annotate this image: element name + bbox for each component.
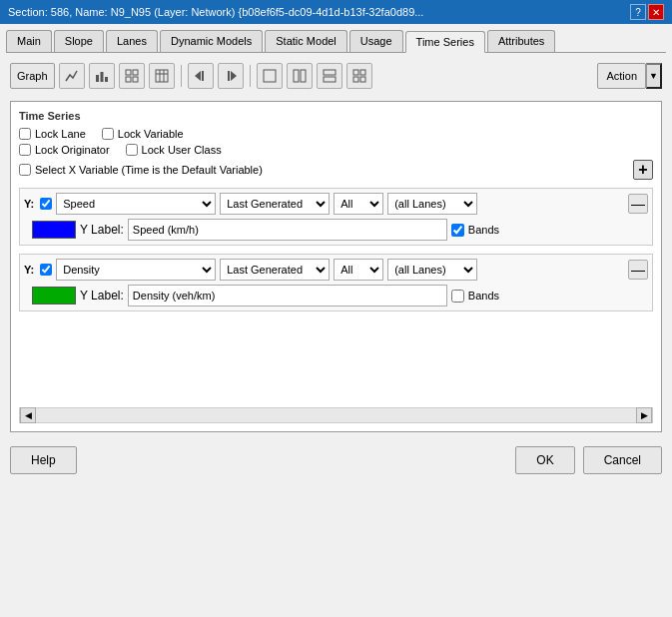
svg-rect-7 — [156, 70, 168, 82]
svg-rect-23 — [360, 77, 365, 82]
series2-label-text: Y Label: — [80, 289, 124, 303]
tab-attributes[interactable]: Attributes — [487, 30, 555, 52]
svg-rect-14 — [228, 71, 230, 81]
svg-rect-0 — [96, 75, 99, 82]
series1-enable-checkbox[interactable] — [40, 198, 52, 210]
separator-2 — [250, 65, 251, 87]
lock-variable-item[interactable]: Lock Variable — [102, 128, 184, 140]
svg-rect-18 — [324, 70, 336, 75]
lock-user-class-checkbox[interactable] — [126, 144, 138, 156]
series2-remove-button[interactable]: — — [628, 260, 648, 280]
series2-bands-label: Bands — [468, 290, 499, 302]
bottom-bar: Help OK Cancel — [0, 438, 672, 480]
svg-rect-1 — [100, 72, 103, 82]
series2-variable-select[interactable]: Density — [56, 259, 216, 281]
svg-rect-5 — [126, 77, 131, 82]
series2-bands-checkbox[interactable] — [451, 290, 464, 303]
series1-filter-select[interactable]: All — [334, 193, 383, 215]
svg-marker-11 — [195, 71, 201, 81]
cancel-button[interactable]: Cancel — [583, 446, 662, 474]
series2-enable-checkbox[interactable] — [40, 264, 52, 276]
series1-lanes-select[interactable]: (all Lanes) — [387, 193, 477, 215]
series2-mode-select[interactable]: Last Generated — [220, 259, 330, 281]
title-bar-title: Section: 586, Name: N9_N95 (Layer: Netwo… — [8, 6, 630, 18]
icon-btn-7[interactable] — [317, 63, 342, 89]
series2-lanes-select[interactable]: (all Lanes) — [387, 259, 477, 281]
lock-user-class-item[interactable]: Lock User Class — [126, 144, 222, 156]
scroll-track[interactable] — [36, 408, 636, 422]
series1-bands-label: Bands — [468, 224, 499, 236]
series2-bands-item[interactable]: Bands — [451, 290, 499, 303]
graph-button[interactable]: Graph — [10, 63, 55, 89]
icon-btn-8[interactable] — [346, 63, 372, 89]
tab-lanes[interactable]: Lanes — [106, 30, 158, 52]
svg-rect-2 — [105, 77, 108, 82]
icon-btn-5[interactable] — [257, 63, 283, 89]
series2-filter-select[interactable]: All — [334, 259, 383, 281]
next-track-button[interactable] — [218, 63, 244, 89]
series1-label-input[interactable]: Speed (km/h) — [128, 219, 447, 241]
help-button[interactable]: Help — [10, 446, 77, 474]
tab-usage[interactable]: Usage — [349, 30, 403, 52]
series1-block: Y: Speed Last Generated All (all Lanes) … — [19, 188, 653, 246]
tabs-container: Main Slope Lanes Dynamic Models Static M… — [6, 30, 666, 53]
help-title-button[interactable]: ? — [630, 4, 646, 20]
select-x-item[interactable]: Select X Variable (Time is the Default V… — [19, 164, 627, 176]
series1-bands-item[interactable]: Bands — [451, 224, 499, 237]
lock-originator-checkbox[interactable] — [19, 144, 31, 156]
lock-lane-label: Lock Lane — [35, 128, 86, 140]
svg-rect-19 — [324, 77, 336, 82]
series1-variable-select[interactable]: Speed — [56, 193, 216, 215]
icon-btn-3[interactable] — [119, 63, 145, 89]
series2-color-box[interactable] — [32, 287, 76, 305]
series1-y-row: Y: Speed Last Generated All (all Lanes) … — [24, 193, 648, 215]
series1-label-row: Y Label: Speed (km/h) Bands — [32, 219, 648, 241]
icon-btn-1[interactable] — [59, 63, 85, 89]
prev-track-button[interactable] — [188, 63, 214, 89]
lock-originator-label: Lock Originator — [35, 144, 110, 156]
svg-rect-22 — [353, 77, 358, 82]
svg-rect-21 — [360, 70, 365, 75]
checkboxes-row-2: Lock Originator Lock User Class — [19, 144, 653, 156]
tab-time-series[interactable]: Time Series — [405, 31, 485, 53]
separator-1 — [181, 65, 182, 87]
series1-bands-checkbox[interactable] — [451, 224, 464, 237]
svg-rect-12 — [202, 71, 204, 81]
lock-user-class-label: Lock User Class — [142, 144, 222, 156]
icon-btn-2[interactable] — [89, 63, 115, 89]
scroll-right-button[interactable]: ▶ — [636, 407, 652, 423]
icon-btn-4[interactable] — [149, 63, 175, 89]
lock-lane-checkbox[interactable] — [19, 128, 31, 140]
tab-slope[interactable]: Slope — [54, 30, 104, 52]
ok-button[interactable]: OK — [515, 446, 574, 474]
select-x-checkbox[interactable] — [19, 164, 31, 176]
tab-static-model[interactable]: Static Model — [265, 30, 347, 52]
svg-rect-3 — [126, 70, 131, 75]
series1-remove-button[interactable]: — — [628, 194, 648, 214]
scroll-left-button[interactable]: ◀ — [20, 407, 36, 423]
svg-rect-16 — [294, 70, 299, 82]
lock-lane-item[interactable]: Lock Lane — [19, 128, 86, 140]
series1-mode-select[interactable]: Last Generated — [220, 193, 330, 215]
close-button[interactable]: ✕ — [648, 4, 664, 20]
series2-label-row: Y Label: Density (veh/km) Bands — [32, 285, 648, 307]
add-series-button[interactable]: + — [633, 160, 653, 180]
action-button[interactable]: Action — [597, 63, 646, 89]
select-x-row: Select X Variable (Time is the Default V… — [19, 160, 653, 180]
lock-variable-checkbox[interactable] — [102, 128, 114, 140]
lock-originator-item[interactable]: Lock Originator — [19, 144, 110, 156]
horizontal-scrollbar[interactable]: ◀ ▶ — [19, 407, 653, 423]
series1-y-label: Y: — [24, 198, 34, 210]
tab-main[interactable]: Main — [6, 30, 52, 52]
series2-label-input[interactable]: Density (veh/km) — [128, 285, 447, 307]
series2-y-label: Y: — [24, 264, 34, 276]
svg-rect-20 — [353, 70, 358, 75]
svg-rect-15 — [264, 70, 276, 82]
action-dropdown-button[interactable]: ▼ — [646, 63, 662, 89]
lock-variable-label: Lock Variable — [118, 128, 184, 140]
select-x-label: Select X Variable (Time is the Default V… — [35, 164, 263, 176]
icon-btn-6[interactable] — [287, 63, 313, 89]
series1-color-box[interactable] — [32, 221, 76, 239]
tab-dynamic-models[interactable]: Dynamic Models — [160, 30, 263, 52]
action-group: Action ▼ — [597, 63, 662, 89]
